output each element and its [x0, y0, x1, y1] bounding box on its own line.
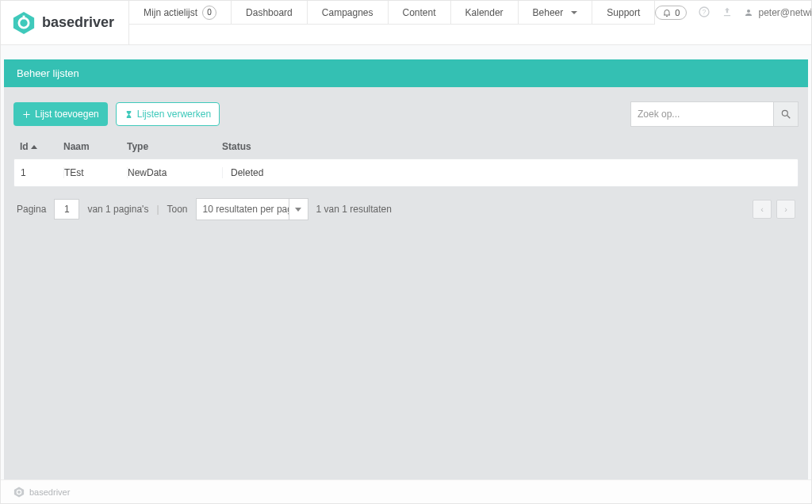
logo-block[interactable]: basedriver: [1, 1, 128, 44]
search-button[interactable]: [773, 101, 799, 127]
cell-type: NewData: [128, 167, 223, 178]
pager-buttons: ‹ ›: [753, 200, 795, 219]
cell-name: TEst: [64, 167, 128, 178]
chevron-down-icon: [289, 198, 308, 220]
user-email: peter@netwinst.nl: [758, 7, 812, 18]
footer: basedriver: [1, 479, 811, 503]
user-icon: [744, 8, 753, 17]
help-icon[interactable]: ?: [698, 6, 710, 21]
nav-content[interactable]: Content: [389, 1, 451, 25]
divider: |: [156, 204, 159, 215]
upload-icon[interactable]: [722, 6, 733, 20]
cell-status: Deleted: [223, 167, 791, 178]
next-page-button[interactable]: ›: [776, 200, 795, 219]
page-label: Pagina: [17, 204, 46, 215]
results-per-page-select[interactable]: 10 resultaten per pagina: [196, 198, 308, 220]
col-header-status[interactable]: Status: [222, 141, 792, 152]
nav-calendar[interactable]: Kalender: [451, 1, 519, 25]
search-wrap: [630, 101, 799, 127]
table-header-row: Id Naam Type Status: [13, 138, 799, 158]
toolbar: Lijst toevoegen Lijsten verwerken: [13, 101, 799, 127]
nav-manage[interactable]: Beheer: [519, 1, 593, 25]
svg-rect-2: [23, 15, 25, 19]
sort-asc-icon: [31, 145, 37, 149]
table-row[interactable]: 1 TEst NewData Deleted: [14, 159, 798, 186]
process-lists-button[interactable]: Lijsten verwerken: [116, 102, 220, 126]
show-label: Toon: [167, 204, 188, 215]
content-area: Lijst toevoegen Lijsten verwerken Id Naa…: [4, 87, 808, 479]
logo-text: basedriver: [42, 14, 114, 31]
search-input[interactable]: [630, 101, 773, 127]
col-header-id[interactable]: Id: [20, 141, 63, 152]
hourglass-icon: [124, 109, 133, 120]
topbar: basedriver Mijn actielijst 0 Dashboard C…: [1, 1, 811, 45]
plus-icon: [22, 110, 31, 119]
topbar-right: 0 ? peter@netwinst.nl: [655, 1, 812, 25]
prev-page-button[interactable]: ‹: [753, 200, 772, 219]
pagination: Pagina van 1 pagina's | Toon 10 resultat…: [13, 187, 799, 220]
svg-marker-0: [13, 11, 34, 33]
svg-point-5: [782, 110, 787, 116]
col-header-type[interactable]: Type: [127, 141, 222, 152]
nav-dashboard[interactable]: Dashboard: [232, 1, 308, 25]
nav-support[interactable]: Support: [592, 1, 655, 25]
cell-id: 1: [21, 167, 64, 178]
notifications-button[interactable]: 0: [655, 6, 687, 20]
user-menu[interactable]: peter@netwinst.nl: [744, 7, 812, 18]
actionlist-count-badge: 0: [202, 6, 216, 20]
logo-icon: [12, 11, 36, 35]
footer-logo-icon: [13, 487, 25, 498]
nav-actionlist[interactable]: Mijn actielijst 0: [129, 1, 232, 25]
bell-icon: [662, 8, 672, 17]
footer-brand: basedriver: [29, 487, 70, 497]
nav-campaigns[interactable]: Campagnes: [308, 1, 389, 25]
result-count-text: 1 van 1 resultaten: [316, 204, 392, 215]
svg-marker-7: [14, 487, 24, 497]
add-list-button[interactable]: Lijst toevoegen: [13, 102, 108, 126]
of-pages-text: van 1 pagina's: [87, 204, 148, 215]
table-body: 1 TEst NewData Deleted: [13, 158, 799, 187]
svg-text:?: ?: [703, 8, 707, 16]
search-icon: [780, 109, 791, 120]
page-number-input[interactable]: [54, 199, 79, 220]
results-per-page-value: 10 resultaten per pagina: [196, 198, 289, 220]
svg-line-6: [787, 116, 791, 119]
page-title: Beheer lijsten: [4, 59, 808, 87]
notifications-count: 0: [675, 8, 680, 17]
main-nav: Mijn actielijst 0 Dashboard Campagnes Co…: [128, 1, 655, 44]
nav-actionlist-label: Mijn actielijst: [144, 7, 197, 18]
col-header-name[interactable]: Naam: [63, 141, 127, 152]
chevron-down-icon: [571, 11, 577, 14]
